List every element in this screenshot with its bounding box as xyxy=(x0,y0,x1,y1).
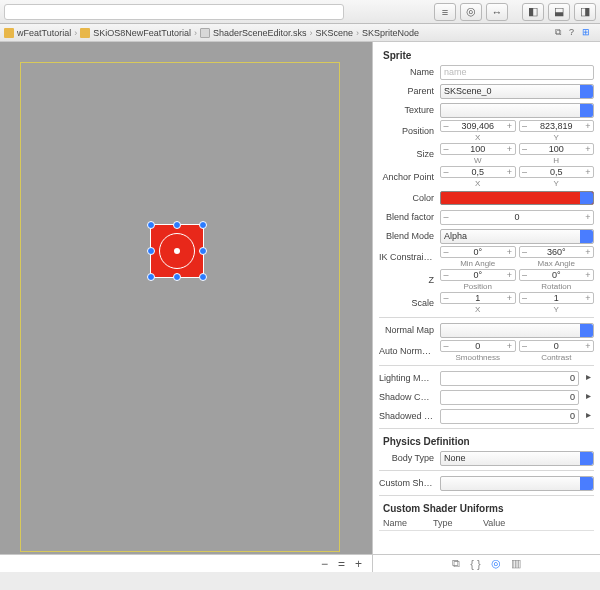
section-title: Custom Shader Uniforms xyxy=(379,499,594,516)
crumb[interactable]: ShaderSceneEditor.sks xyxy=(213,28,307,38)
label: Normal Map xyxy=(379,325,437,335)
anchor-y-stepper[interactable]: –0,5+ xyxy=(519,166,595,178)
position-y-stepper[interactable]: –823,819+ xyxy=(519,120,595,132)
size-h-stepper[interactable]: –100+ xyxy=(519,143,595,155)
uniforms-header: Name Type Value xyxy=(379,516,594,531)
library-tab-1[interactable]: ⧉ xyxy=(452,557,460,570)
zoom-in-button[interactable]: + xyxy=(355,557,362,571)
history-icon[interactable]: ⧉ xyxy=(555,27,561,38)
color-picker[interactable] xyxy=(440,191,594,205)
label: Size xyxy=(379,149,437,159)
resize-handle[interactable] xyxy=(199,247,207,255)
library-tab-4[interactable]: ▥ xyxy=(511,557,521,570)
label: Blend Mode xyxy=(379,231,437,241)
label: Shadow Cast... xyxy=(379,392,437,402)
zoom-out-button[interactable]: − xyxy=(321,557,328,571)
file-icon xyxy=(200,28,210,38)
label: Scale xyxy=(379,298,437,308)
label: Custom Shader xyxy=(379,478,437,488)
label: Shadowed M... xyxy=(379,411,437,421)
library-tab-2[interactable]: { } xyxy=(470,558,480,570)
help-icon[interactable]: ? xyxy=(569,27,574,38)
label: IK Constraints xyxy=(379,252,437,262)
crumb[interactable]: SKiOS8NewFeatTutorial xyxy=(93,28,191,38)
crumb[interactable]: SKSpriteNode xyxy=(362,28,419,38)
folder-icon xyxy=(4,28,14,38)
panel-right-btn[interactable]: ◨ xyxy=(574,3,596,21)
library-bar: ⧉ { } ◎ ▥ xyxy=(373,554,600,572)
label: Z xyxy=(379,275,437,285)
label: Auto Normal... xyxy=(379,346,437,356)
section-title: Sprite xyxy=(379,46,594,63)
label: Texture xyxy=(379,105,437,115)
scale-x-stepper[interactable]: –1+ xyxy=(440,292,516,304)
zoom-bar: − = + xyxy=(0,554,372,572)
contrast-stepper[interactable]: –0+ xyxy=(519,340,595,352)
smoothness-stepper[interactable]: –0+ xyxy=(440,340,516,352)
label: Position xyxy=(379,126,437,136)
panel-left-btn[interactable]: ◧ xyxy=(522,3,544,21)
crumb[interactable]: wFeatTutorial xyxy=(17,28,71,38)
resize-handle[interactable] xyxy=(147,273,155,281)
bodytype-select[interactable]: None xyxy=(440,451,594,466)
shadowedm-input[interactable]: 0 xyxy=(440,409,579,424)
label: Anchor Point xyxy=(379,172,437,182)
resize-handle[interactable] xyxy=(173,221,181,229)
blendfactor-stepper[interactable]: –0+ xyxy=(440,210,594,225)
inspector-tab-icon[interactable]: ⊞ xyxy=(582,27,590,38)
texture-select[interactable] xyxy=(440,103,594,118)
ik-max-stepper[interactable]: –360°+ xyxy=(519,246,595,258)
resize-handle[interactable] xyxy=(147,247,155,255)
resize-handle[interactable] xyxy=(147,221,155,229)
scene-bounds xyxy=(20,62,340,552)
search-input[interactable] xyxy=(4,4,344,20)
label: Lighting Mask xyxy=(379,373,437,383)
folder-icon xyxy=(80,28,90,38)
parent-select[interactable]: SKScene_0 xyxy=(440,84,594,99)
section-title: Physics Definition xyxy=(379,432,594,449)
toolbar-btn-3[interactable]: ↔ xyxy=(486,3,508,21)
name-input[interactable]: name xyxy=(440,65,594,80)
z-position-stepper[interactable]: –0°+ xyxy=(440,269,516,281)
lightingmask-input[interactable]: 0 xyxy=(440,371,579,386)
ik-min-stepper[interactable]: –0°+ xyxy=(440,246,516,258)
inspector-panel: Sprite Name name Parent SKScene_0 Textur… xyxy=(372,42,600,572)
normalmap-select[interactable] xyxy=(440,323,594,338)
customshader-select[interactable] xyxy=(440,476,594,491)
breadcrumb[interactable]: wFeatTutorial› SKiOS8NewFeatTutorial› Sh… xyxy=(0,24,600,42)
library-tab-3[interactable]: ◎ xyxy=(491,557,501,570)
shadowcast-input[interactable]: 0 xyxy=(440,390,579,405)
label: Blend factor xyxy=(379,212,437,222)
toolbar: ≡ ◎ ↔ ◧ ⬓ ◨ xyxy=(0,0,600,24)
label: Name xyxy=(379,67,437,77)
resize-handle[interactable] xyxy=(199,273,207,281)
label: Parent xyxy=(379,86,437,96)
scale-y-stepper[interactable]: –1+ xyxy=(519,292,595,304)
toolbar-btn-1[interactable]: ≡ xyxy=(434,3,456,21)
crumb[interactable]: SKScene xyxy=(315,28,353,38)
blendmode-select[interactable]: Alpha xyxy=(440,229,594,244)
selected-sprite[interactable] xyxy=(150,224,204,278)
panel-bottom-btn[interactable]: ⬓ xyxy=(548,3,570,21)
zoom-reset-button[interactable]: = xyxy=(338,557,345,571)
size-w-stepper[interactable]: –100+ xyxy=(440,143,516,155)
label: Color xyxy=(379,193,437,203)
position-x-stepper[interactable]: –309,406+ xyxy=(440,120,516,132)
label: Body Type xyxy=(379,453,437,463)
resize-handle[interactable] xyxy=(199,221,207,229)
z-rotation-stepper[interactable]: –0°+ xyxy=(519,269,595,281)
resize-handle[interactable] xyxy=(173,273,181,281)
toolbar-btn-2[interactable]: ◎ xyxy=(460,3,482,21)
scene-canvas[interactable] xyxy=(10,52,362,544)
anchor-x-stepper[interactable]: –0,5+ xyxy=(440,166,516,178)
